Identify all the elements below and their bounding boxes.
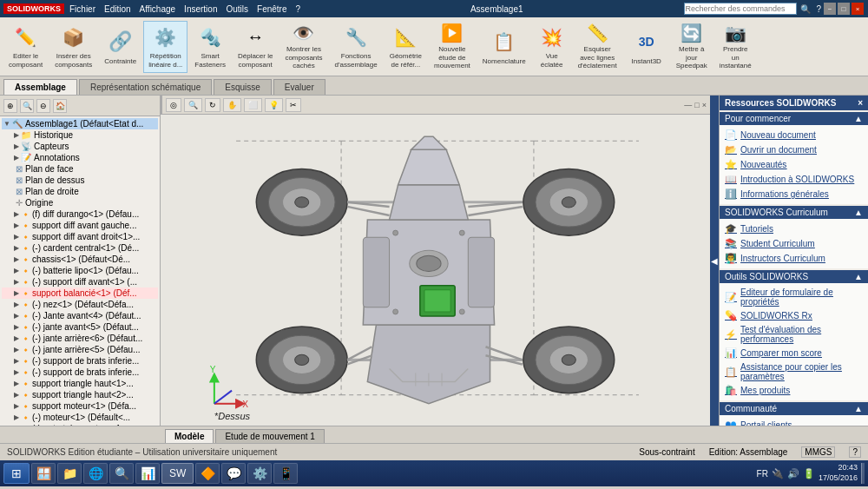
link-copy-params[interactable]: 📋 Assistance pour copier les paramètres [725,360,863,383]
tab-modele[interactable]: Modèle [165,429,214,443]
link-open-doc[interactable]: 📂 Ouvrir un document [725,142,863,157]
perspective-button[interactable]: ⬜ [244,98,262,112]
tree-support-diff-avant-droit[interactable]: ▶ 🔸 support diff avant droit<1>... [2,231,158,242]
clock[interactable]: 20:43 17/05/2016 [819,463,858,483]
tree-jante-arriere6[interactable]: ▶ 🔸 (-) jante arrière<6> (Défaut... [2,333,158,344]
tree-support-triangle-haut2[interactable]: ▶ 🔸 support triangle haut<2>... [2,389,158,400]
view-orientation-button[interactable]: ◎ [166,98,181,112]
start-button[interactable]: ⊞ [3,463,30,484]
ref-geometry-button[interactable]: 📐 Géométriede référ... [385,21,427,73]
help-button[interactable]: ? [849,446,861,458]
tree-jante-avant5[interactable]: ▶ 🔸 (-) jante avant<5> (Défaut... [2,321,158,333]
collapse-communaute[interactable]: ▲ [854,404,863,413]
tree-plan-face[interactable]: ⊠ Plan de face [2,163,158,175]
search-icon[interactable]: 🔍 [800,4,811,14]
menu-edition[interactable]: Edition [104,4,131,14]
taskbar-app-sw[interactable]: SW [161,463,194,484]
collapse-pour-commencer[interactable]: ▲ [854,114,863,123]
link-mes-produits[interactable]: 🛍️ Mes produits [725,383,863,398]
taskbar-app-search[interactable]: 🔍 [109,463,134,484]
assembly-functions-button[interactable]: 🔧 Fonctionsd'assemblage [330,21,383,73]
tree-support-diff[interactable]: ▶ 🔸 (-) support diff avant<1> (... [2,276,158,287]
pan-button[interactable]: ✋ [223,98,241,112]
right-panel-close[interactable]: × [858,98,863,108]
show-hidden-button[interactable]: 👁️ Montrer lescomposantscachés [279,21,327,73]
edit-component-button[interactable]: ✏️ Editer le composant [3,21,48,73]
menu-insertion[interactable]: Insertion [184,4,217,14]
rotate-button[interactable]: ↻ [205,98,220,112]
command-search[interactable] [684,3,797,15]
tab-esquisse[interactable]: Esquisse [214,79,272,95]
new-motion-button[interactable]: ▶️ Nouvelleétude demouvement [429,21,476,73]
menu-help[interactable]: ? [296,4,301,14]
zoom-button[interactable]: 🔍 [184,98,202,112]
move-component-button[interactable]: ↔️ Déplacer lecomposant [233,21,278,73]
insert-components-button[interactable]: 📦 Insérer descomposants [49,21,97,73]
link-info-gen[interactable]: ℹ️ Informations générales [725,187,863,202]
sound-icon[interactable]: 🔊 [787,468,799,479]
tree-moteur[interactable]: ▶ 🔸 (-) moteur<1> (Défault<... [2,412,158,423]
link-compare-score[interactable]: 📊 Comparer mon score [725,346,863,360]
tree-batterie[interactable]: ▶ 🔸 (-) batterie lipo<1> (Défau... [2,265,158,276]
taskbar-app-misc1[interactable]: ⚙️ [247,463,272,484]
network-icon[interactable]: 🔌 [772,468,784,479]
link-editeur-prop[interactable]: 📝 Editeur de formulaire de propriétés [725,286,863,308]
expand-tree-button[interactable]: ⊕ [3,99,17,113]
speedpak-button[interactable]: 🔄 Mettre àjourSpeedpak [671,21,713,73]
tree-chassis[interactable]: ▶ 🔸 chassis<1> (Défaut<Dé... [2,254,158,265]
link-intro-sw[interactable]: 📖 Introduction à SOLIDWORKS [725,172,863,187]
3d-canvas[interactable]: X Y *Dessus [161,115,710,426]
link-new-doc[interactable]: 📄 Nouveau document [725,128,863,142]
tree-support-brats-inf2[interactable]: ▶ 🔸 (-) support de brats inferie... [2,367,158,378]
taskbar-app-chrome[interactable]: 🌐 [83,463,108,484]
link-test-perf[interactable]: ⚡ Test d'évaluation des performances [725,323,863,346]
menu-affichage[interactable]: Affichage [140,4,176,14]
viewport-minimize[interactable]: — [684,101,692,109]
collapse-button[interactable]: ⊖ [36,99,50,113]
filter-button[interactable]: 🔍 [20,99,34,113]
exploded-view-button[interactable]: 💥 Vueéclatée [533,21,571,73]
minimize-button[interactable]: − [824,3,836,15]
tree-entretoise[interactable]: ▶ 🔸 (-) entretoise moteur<1>... [2,423,158,426]
tree-jante-arriere5[interactable]: ▶ 🔸 (-) jante arrière<5> (Défau... [2,344,158,355]
tree-jante-avant4[interactable]: ▶ 🔸 (-) Jante avant<4> (Défaut... [2,310,158,321]
link-portail-clients[interactable]: 👥 Portail clients [725,418,863,426]
taskbar-app-folder[interactable]: 📁 [57,463,82,484]
tree-annotations[interactable]: ▶ 📝 Annotations [2,152,158,163]
repetition-button[interactable]: ⚙️ Répétitionlinéaire d... [143,21,187,73]
battery-icon[interactable]: 🔋 [803,468,815,479]
tab-etude-mouvement[interactable]: Etude de mouvement 1 [215,429,324,443]
link-instructor-curriculum[interactable]: 👨‍🏫 Instructors Curriculum [725,251,863,266]
maximize-button[interactable]: □ [838,3,850,15]
display-mode-button[interactable]: 💡 [265,98,283,112]
close-button[interactable]: × [852,3,864,15]
tree-cardent-central[interactable]: ▶ 🔸 (-) cardent central<1> (Dé... [2,242,158,254]
viewport-close[interactable]: × [702,101,707,109]
tree-origine[interactable]: ✛ Origine [2,197,158,208]
link-student-curriculum[interactable]: 📚 Student Curriculum [725,236,863,251]
taskbar-app-explorer[interactable]: 🪟 [31,463,56,484]
link-nouveautes[interactable]: ⭐ Nouveautés [725,157,863,172]
taskbar-app-skype[interactable]: 💬 [221,463,246,484]
tree-support-diff-avant-gauche[interactable]: ▶ 🔸 support diff avant gauche... [2,220,158,231]
tree-root[interactable]: ▼ 🔨 Assemblage1 (Défaut<Etat d... [2,118,158,129]
help-icon[interactable]: ? [816,4,821,14]
tab-assemblage[interactable]: Assemblage [3,79,77,95]
instant3d-button[interactable]: 3D Instant3D [624,21,669,73]
tree-support-triangle-haut1[interactable]: ▶ 🔸 support triangle haut<1>... [2,378,158,389]
tree-diff-durango[interactable]: ▶ 🔸 (f) diff durango<1> (Défau... [2,208,158,220]
taskbar-app-excel[interactable]: 📊 [135,463,160,484]
tree-nez[interactable]: ▶ 🔸 (-) nez<1> (Défaut<Défa... [2,299,158,310]
link-tutoriels[interactable]: 🎓 Tutoriels [725,221,863,236]
collapse-outils[interactable]: ▲ [854,272,863,281]
tree-support-balance[interactable]: ▶ 🔸 support balancié<1> (Déf... [2,287,158,299]
menu-fichier[interactable]: Fichier [69,4,95,14]
tree-support-brats-inf1[interactable]: ▶ 🔸 (-) support de brats inferie... [2,355,158,367]
right-panel-handle[interactable]: ◀ [710,96,719,426]
collapse-curriculum[interactable]: ▲ [854,208,863,217]
tree-plan-droite[interactable]: ⊠ Plan de droite [2,186,158,197]
link-sw-rx[interactable]: 💊 SOLIDWORKS Rx [725,308,863,323]
snapshot-button[interactable]: 📷 Prendreuninstantané [714,21,757,73]
sketch-lines-button[interactable]: 📏 Esquiseravec lignesd'éclatement [573,21,622,73]
taskbar-app-misc2[interactable]: 📱 [273,463,298,484]
